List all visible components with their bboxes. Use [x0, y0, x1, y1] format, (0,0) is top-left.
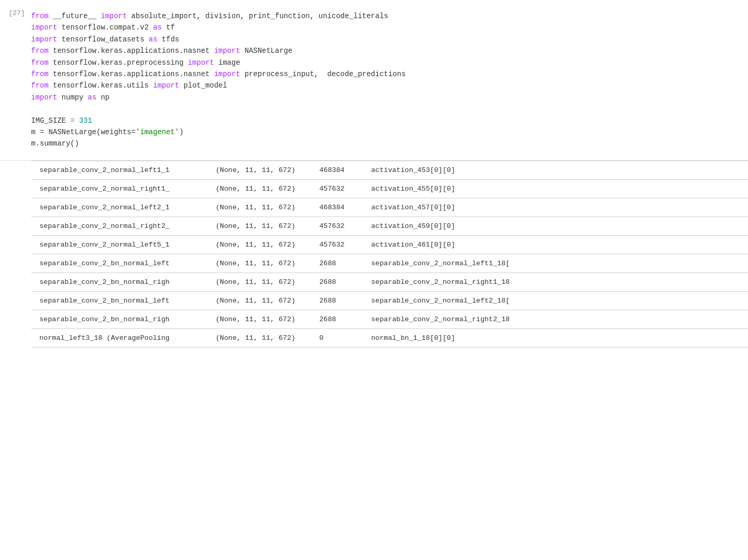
table-cell-3-0: separable_conv_2_normal_right2_: [31, 217, 207, 235]
table-body: separable_conv_2_normal_left1_1(None, 11…: [31, 161, 748, 348]
table-row: separable_conv_2_bn_normal_left(None, 11…: [31, 291, 748, 310]
table-cell-2-2: 468384: [311, 198, 363, 217]
table-cell-0-1: (None, 11, 11, 672): [207, 161, 311, 180]
table-cell-3-1: (None, 11, 11, 672): [207, 217, 311, 235]
cell-number: [27]: [0, 8, 31, 17]
table-cell-5-1: (None, 11, 11, 672): [207, 254, 311, 272]
code-line-empty: [31, 103, 748, 114]
operator-eq: =: [70, 117, 75, 125]
table-cell-8-1: (None, 11, 11, 672): [207, 310, 311, 328]
code-line-11: m = NASNetLarge(weights='imagenet'): [31, 126, 748, 138]
code-text: ): [179, 128, 184, 136]
code-text: NASNetLarge: [240, 47, 292, 55]
table-cell-0-2: 468384: [311, 161, 363, 180]
keyword-from: from: [31, 70, 49, 78]
keyword-import: import: [31, 23, 57, 32]
table-cell-6-2: 2688: [311, 272, 363, 291]
code-line-6: from tensorflow.keras.applications.nasne…: [31, 68, 748, 80]
table-row: separable_conv_2_bn_normal_righ(None, 11…: [31, 310, 748, 328]
code-line-8: import numpy as np: [31, 92, 748, 103]
code-line-10: IMG_SIZE = 331: [31, 115, 748, 126]
table-row: separable_conv_2_bn_normal_left(None, 11…: [31, 254, 748, 272]
keyword-from: from: [31, 12, 49, 20]
keyword-import: import: [31, 93, 57, 102]
table-cell-6-3: separable_conv_2_normal_right1_18: [363, 272, 748, 291]
table-cell-3-2: 457632: [311, 217, 363, 235]
table-cell-8-3: separable_conv_2_normal_right2_18: [363, 310, 748, 328]
table-cell-7-0: separable_conv_2_bn_normal_left: [31, 291, 207, 310]
number-value: 331: [79, 117, 92, 125]
code-text: tensorflow.compat.v2: [57, 23, 153, 32]
keyword-import: import: [214, 70, 240, 78]
table-cell-1-2: 457632: [311, 179, 363, 198]
code-text: tensorflow_datasets: [57, 35, 148, 44]
table-row: separable_conv_2_normal_right2_(None, 11…: [31, 217, 748, 235]
table-cell-5-2: 2688: [311, 254, 363, 272]
table-row: separable_conv_2_normal_left2_1(None, 11…: [31, 198, 748, 217]
code-text: tensorflow.keras.utils: [49, 81, 153, 90]
table-cell-6-0: separable_conv_2_bn_normal_righ: [31, 272, 207, 291]
table-cell-4-2: 457632: [311, 235, 363, 254]
code-text: preprocess_input, decode_predictions: [240, 70, 405, 78]
cell-row: [27] from __future__ import absolute_imp…: [0, 8, 748, 152]
table-cell-3-3: activation_459[0][0]: [363, 217, 748, 235]
code-text: numpy: [57, 93, 88, 102]
code-text: __future__: [49, 12, 101, 20]
table-cell-9-2: 0: [311, 328, 363, 347]
code-section: [27] from __future__ import absolute_imp…: [0, 0, 748, 161]
table-cell-2-1: (None, 11, 11, 672): [207, 198, 311, 217]
keyword-import: import: [31, 35, 57, 44]
table-cell-4-0: separable_conv_2_normal_left5_1: [31, 235, 207, 254]
keyword-import: import: [188, 59, 214, 67]
code-line-1: from __future__ import absolute_import, …: [31, 10, 748, 22]
output-section: separable_conv_2_normal_left1_1(None, 11…: [31, 161, 748, 348]
code-line-3: import tensorflow_datasets as tfds: [31, 34, 748, 45]
code-text: tensorflow.keras.applications.nasnet: [49, 47, 214, 55]
table-cell-5-0: separable_conv_2_bn_normal_left: [31, 254, 207, 272]
table-cell-0-3: activation_453[0][0]: [363, 161, 748, 180]
table-row: separable_conv_2_normal_right1_(None, 11…: [31, 179, 748, 198]
table-cell-9-0: normal_left3_18 (AveragePooling: [31, 328, 207, 347]
code-line-4: from tensorflow.keras.applications.nasne…: [31, 45, 748, 56]
table-cell-0-0: separable_conv_2_normal_left1_1: [31, 161, 207, 180]
table-cell-7-1: (None, 11, 11, 672): [207, 291, 311, 310]
code-line-2: import tensorflow.compat.v2 as tf: [31, 22, 748, 33]
code-line-12: m.summary(): [31, 138, 748, 149]
table-cell-7-3: separable_conv_2_normal_left2_18[: [363, 291, 748, 310]
code-text: m.summary(): [31, 139, 79, 148]
keyword-from: from: [31, 59, 49, 67]
code-text: tensorflow.keras.preprocessing: [49, 59, 188, 67]
keyword-import: import: [101, 12, 126, 20]
code-text: m = NASNetLarge(weights=: [31, 128, 136, 136]
table-cell-9-3: normal_bn_1_18[0][0]: [363, 328, 748, 347]
keyword-as: as: [153, 23, 162, 32]
table-cell-6-1: (None, 11, 11, 672): [207, 272, 311, 291]
table-cell-8-2: 2688: [311, 310, 363, 328]
code-text: IMG_SIZE: [31, 117, 70, 125]
table-row: normal_left3_18 (AveragePooling(None, 11…: [31, 328, 748, 347]
table-cell-1-3: activation_455[0][0]: [363, 179, 748, 198]
keyword-as: as: [149, 35, 158, 44]
code-line-5: from tensorflow.keras.preprocessing impo…: [31, 57, 748, 68]
keyword-import: import: [214, 47, 240, 55]
notebook-cell: [27] from __future__ import absolute_imp…: [0, 0, 748, 560]
table-cell-1-1: (None, 11, 11, 672): [207, 179, 311, 198]
table-row: separable_conv_2_bn_normal_righ(None, 11…: [31, 272, 748, 291]
keyword-from: from: [31, 81, 49, 90]
code-block: from __future__ import absolute_import, …: [31, 8, 748, 152]
table-cell-7-2: 2688: [311, 291, 363, 310]
table-cell-4-1: (None, 11, 11, 672): [207, 235, 311, 254]
table-cell-5-3: separable_conv_2_normal_left1_18[: [363, 254, 748, 272]
output-table: separable_conv_2_normal_left1_1(None, 11…: [31, 161, 748, 348]
table-cell-1-0: separable_conv_2_normal_right1_: [31, 179, 207, 198]
code-line-7: from tensorflow.keras.utils import plot_…: [31, 80, 748, 91]
code-text: tensorflow.keras.applications.nasnet: [49, 70, 214, 78]
code-text: tf: [162, 23, 175, 32]
table-cell-9-1: (None, 11, 11, 672): [207, 328, 311, 347]
table-cell-4-3: activation_461[0][0]: [363, 235, 748, 254]
table-row: separable_conv_2_normal_left1_1(None, 11…: [31, 161, 748, 180]
table-cell-2-3: activation_457[0][0]: [363, 198, 748, 217]
table-row: separable_conv_2_normal_left5_1(None, 11…: [31, 235, 748, 254]
code-text: image: [214, 59, 240, 67]
code-text: np: [96, 93, 109, 102]
